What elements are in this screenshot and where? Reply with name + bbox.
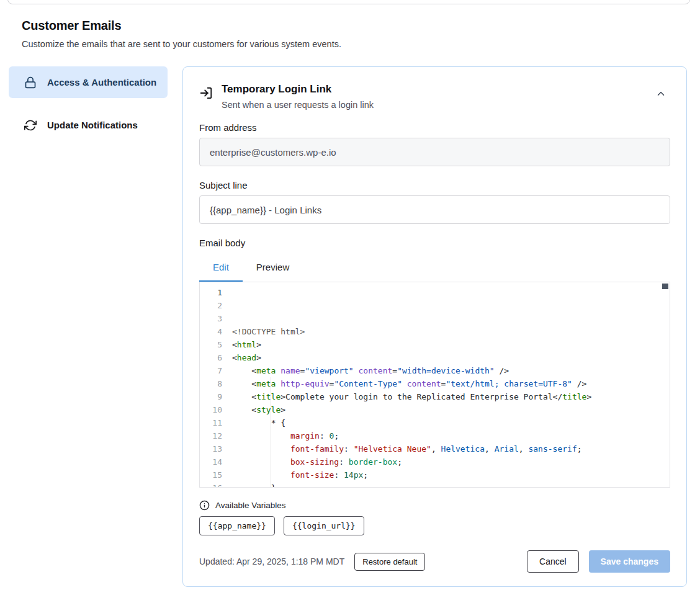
line-number: 6 [200,351,228,364]
collapse-button[interactable] [652,84,670,103]
code-line: font-family: "Helvetica Neue", Helvetica… [232,442,670,455]
editor-gutter: 12345678910111213141516 [200,282,228,487]
variable-chip-login-url[interactable]: {{login_url}} [284,516,364,535]
panel-footer: Updated: Apr 29, 2025, 1:18 PM MDT Resto… [199,550,670,573]
line-number: 10 [200,403,228,416]
email-template-panel: Temporary Login Link Sent when a user re… [182,66,687,587]
line-number: 8 [200,377,228,390]
code-line: font-size: 14px; [232,468,670,481]
page-title: Customer Emails [22,19,700,33]
login-icon [199,86,213,100]
panel-header: Temporary Login Link Sent when a user re… [199,83,670,110]
code-line: * { [232,416,670,429]
code-line: <style> [232,403,670,416]
line-number: 12 [200,429,228,442]
line-number: 1 [200,286,228,299]
sidebar-item-label: Access & Authentication [47,75,156,89]
line-number: 16 [200,481,228,488]
code-line: <!DOCTYPE html> [232,325,670,338]
tab-preview[interactable]: Preview [243,254,303,282]
sidebar-item-label: Update Notifications [47,118,138,132]
line-number: 5 [200,338,228,351]
tab-edit[interactable]: Edit [199,254,243,282]
code-line: <meta name="viewport" content="width=dev… [232,364,670,377]
available-variables-label: Available Variables [215,501,286,510]
panel-titles: Temporary Login Link Sent when a user re… [222,83,374,110]
subject-line-label: Subject line [199,180,670,190]
updated-timestamp: Updated: Apr 29, 2025, 1:18 PM MDT [199,557,344,566]
from-address-label: From address [199,122,670,133]
sidebar-item-update-notifications[interactable]: Update Notifications [9,109,168,141]
code-line: <head> [232,351,670,364]
variable-chips: {{app_name}} {{login_url}} [199,516,670,535]
subject-line-input[interactable] [199,195,670,224]
email-body-label: Email body [199,238,670,248]
variable-chip-app-name[interactable]: {{app_name}} [199,516,275,535]
panel-subtitle: Sent when a user requests a login link [222,100,374,110]
panel-title: Temporary Login Link [222,83,374,96]
line-number: 4 [200,325,228,338]
line-number: 11 [200,416,228,429]
save-changes-button[interactable]: Save changes [589,550,670,573]
code-line: <meta http-equiv="Content-Type" content=… [232,377,670,390]
sidebar-item-access-authentication[interactable]: Access & Authentication [9,66,168,98]
code-line: box-sizing: border-box; [232,455,670,468]
from-address-input[interactable] [199,138,670,166]
line-number: 13 [200,442,228,455]
line-number: 9 [200,390,228,403]
indent-guide [271,377,271,487]
line-number: 2 [200,299,228,312]
available-variables-row: Available Variables [199,500,670,511]
editor-scrollbar-thumb[interactable] [662,284,668,289]
line-number: 7 [200,364,228,377]
code-line: <html> [232,338,670,351]
line-number: 14 [200,455,228,468]
code-line: margin: 0; [232,429,670,442]
main-layout: Access & Authentication Update Notificat… [9,66,687,587]
editor-tabs: Edit Preview [199,254,670,282]
lock-icon [24,76,37,89]
page-subtitle: Customize the emails that are sent to yo… [22,39,700,49]
refresh-icon [24,118,37,132]
code-line: <title>Complete your login to the Replic… [232,390,670,403]
sidebar: Access & Authentication Update Notificat… [9,66,168,141]
top-divider [7,0,690,4]
restore-default-button[interactable]: Restore default [354,553,425,571]
line-number: 3 [200,312,228,325]
code-line: } [232,481,670,487]
cancel-button[interactable]: Cancel [527,550,579,573]
editor-code[interactable]: <!DOCTYPE html><html><head> <meta name="… [228,282,670,487]
code-editor[interactable]: 12345678910111213141516 <!DOCTYPE html><… [199,282,670,488]
info-icon [199,500,210,511]
line-number: 15 [200,468,228,481]
chevron-up-icon [655,88,666,99]
